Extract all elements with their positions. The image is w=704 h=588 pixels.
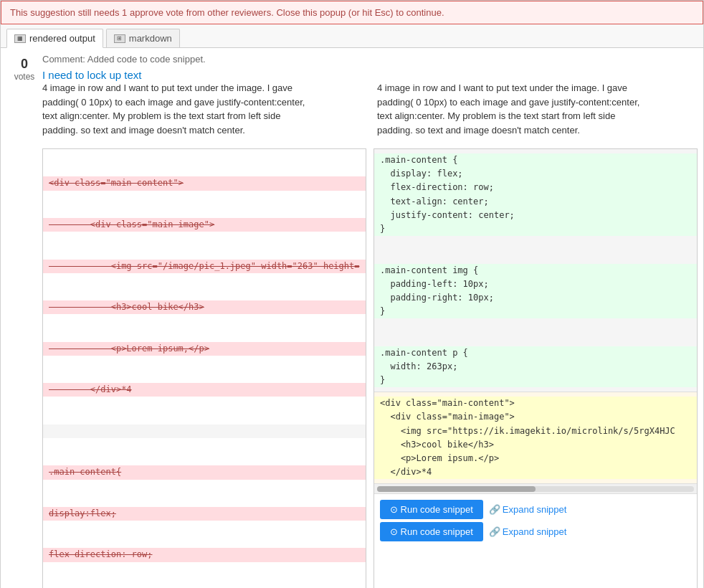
comment-line: Comment: Added code to code snippet. <box>42 54 698 65</box>
snippet-buttons: ⊙ Run code snippet 🔗 Expand snippet ⊙ Ru… <box>374 493 697 547</box>
tab-rendered-output[interactable]: ▦ rendered output <box>6 29 103 48</box>
question-body-right: 4 image in row and I want to put text un… <box>377 81 698 137</box>
right-scrollbar-track[interactable] <box>377 486 694 492</box>
code-line: <p>Lorem ipsum,</p> <box>43 342 366 356</box>
code-line: } <box>374 222 697 236</box>
diff-panels: <div class="main-content"> <div class="m… <box>42 148 698 588</box>
run-snippet-button-2[interactable]: ⊙ Run code snippet <box>380 522 483 541</box>
tabs-bar: ▦ rendered output ⊞ markdown <box>1 24 703 48</box>
snippet-row-2: ⊙ Run code snippet 🔗 Expand snippet <box>380 522 691 541</box>
code-line: .main-content img { <box>374 264 697 278</box>
code-line: padding-right: 10px; <box>374 291 697 305</box>
code-line: <img src="https://ik.imagekit.io/microli… <box>374 425 697 438</box>
code-line: text-align: center; <box>374 195 697 209</box>
body-columns: 4 image in row and I want to put text un… <box>42 81 698 144</box>
code-line <box>43 425 366 438</box>
question-body-left: 4 image in row and I want to put text un… <box>42 81 363 137</box>
rendered-output-icon: ▦ <box>14 34 26 43</box>
tab-rendered-output-label: rendered output <box>29 33 95 44</box>
vote-column: 0 votes <box>6 54 42 588</box>
code-line: justify-content: center; <box>374 209 697 222</box>
snippet-row-1: ⊙ Run code snippet 🔗 Expand snippet <box>380 500 691 519</box>
tab-markdown-label: markdown <box>129 33 172 44</box>
code-line: </div>*4 <box>374 465 697 479</box>
right-html-section: <div class="main-content"> <div class="m… <box>374 392 697 483</box>
right-scrollbar[interactable] <box>374 483 697 493</box>
code-line: <p>Lorem ipsum.</p> <box>374 452 697 465</box>
spacer <box>380 251 385 261</box>
right-scrollbar-thumb <box>377 486 536 492</box>
left-code-block: <div class="main-content"> <div class="m… <box>43 149 366 588</box>
run-snippet-button-1[interactable]: ⊙ Run code snippet <box>380 500 483 519</box>
code-line: <h3>cool bike</h3> <box>43 300 366 314</box>
code-line: .main-content p { <box>374 346 697 360</box>
page-wrapper: This suggestion still needs 1 approve vo… <box>0 0 704 588</box>
question-title[interactable]: I need to lock up text <box>42 69 141 81</box>
code-line: <h3>cool bike</h3> <box>374 438 697 452</box>
code-line: .main-content { <box>374 153 697 167</box>
vote-count: 0 <box>21 57 28 72</box>
code-line: display:flex; <box>43 507 366 521</box>
code-line: <div class="main-image"> <box>43 218 366 232</box>
main-content-area: 0 votes Comment: Added code to code snip… <box>1 48 703 588</box>
code-line: <img src="/image/pic_1.jpeg" width="263"… <box>43 260 366 273</box>
expand-snippet-label-2: Expand snippet <box>503 526 567 537</box>
question-column: Comment: Added code to code snippet. I n… <box>42 54 698 588</box>
vote-label: votes <box>14 72 35 82</box>
code-line: <div class="main-image"> <box>374 410 697 424</box>
spacer <box>380 333 385 343</box>
code-line: } <box>374 305 697 318</box>
alert-text: This suggestion still needs 1 approve vo… <box>10 7 444 18</box>
code-line: padding-left: 10px; <box>374 278 697 291</box>
code-line: width: 263px; <box>374 360 697 374</box>
expand-snippet-label-1: Expand snippet <box>503 504 567 515</box>
expand-icon-2: 🔗 <box>489 526 500 537</box>
code-line: flex-direction: row; <box>374 181 697 194</box>
tab-markdown[interactable]: ⊞ markdown <box>106 29 180 47</box>
code-line: <div class="main-content"> <box>43 176 366 190</box>
code-line: </div>*4 <box>43 383 366 397</box>
expand-icon-1: 🔗 <box>489 504 500 515</box>
code-line: <div class="main-content"> <box>374 397 697 410</box>
left-diff-panel: <div class="main-content"> <div class="m… <box>42 148 366 588</box>
alert-banner: This suggestion still needs 1 approve vo… <box>1 1 703 24</box>
code-line: } <box>374 374 697 387</box>
expand-snippet-link-1[interactable]: 🔗 Expand snippet <box>489 504 567 515</box>
right-diff-panel: .main-content { display: flex; flex-dire… <box>374 148 698 588</box>
code-line: flex-direction: row; <box>43 548 366 561</box>
markdown-icon: ⊞ <box>114 34 125 43</box>
expand-snippet-link-2[interactable]: 🔗 Expand snippet <box>489 526 567 537</box>
code-line: .main-content{ <box>43 465 366 479</box>
right-css-section: .main-content { display: flex; flex-dire… <box>374 149 697 392</box>
code-line: display: flex; <box>374 167 697 181</box>
